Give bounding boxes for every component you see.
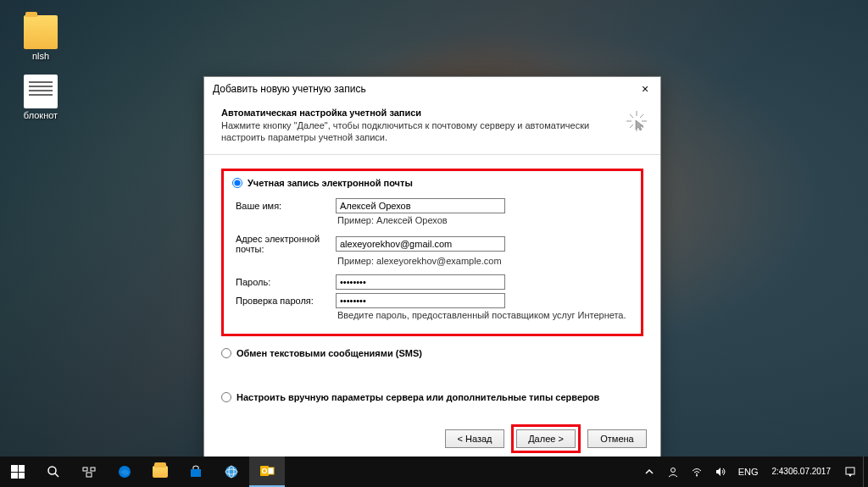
people-icon — [667, 466, 679, 478]
tray-chevron[interactable] — [638, 457, 660, 487]
svg-line-9 — [55, 473, 58, 477]
taskbar-edge[interactable] — [107, 457, 142, 487]
name-label: Ваше имя: — [236, 201, 329, 211]
start-button[interactable] — [0, 457, 36, 487]
clock-date: 06.07.2017 — [788, 467, 831, 477]
svg-rect-21 — [268, 468, 274, 474]
header-title: Автоматическая настройка учетной записи — [221, 108, 647, 118]
language-indicator: ENG — [738, 467, 759, 477]
taskbar-app1[interactable] — [214, 457, 249, 487]
taskbar-explorer[interactable] — [142, 457, 178, 487]
clock-time: 2:43 — [771, 467, 787, 477]
svg-line-4 — [630, 114, 633, 118]
show-desktop-button[interactable] — [863, 457, 868, 487]
add-account-dialog: Добавить новую учетную запись × Автомати… — [203, 76, 661, 466]
explorer-icon — [153, 466, 168, 478]
radio-row-sms[interactable]: Обмен текстовыми сообщениями (SMS) — [221, 348, 643, 358]
radio-email-account[interactable] — [232, 178, 242, 188]
outlook-icon: O — [259, 463, 275, 479]
email-label: Адрес электронной почты: — [236, 234, 329, 254]
search-button[interactable] — [36, 457, 71, 487]
next-button-highlight: Далее > — [511, 424, 581, 453]
name-input[interactable] — [336, 198, 505, 213]
tray-network[interactable] — [686, 457, 708, 487]
tray-notifications[interactable] — [839, 457, 861, 487]
chevron-up-icon — [643, 466, 655, 478]
edge-icon — [117, 464, 132, 479]
store-icon — [188, 464, 203, 479]
svg-line-6 — [640, 114, 643, 118]
close-button[interactable]: × — [635, 80, 655, 97]
tray-language[interactable]: ENG — [733, 457, 764, 487]
taskbar-outlook[interactable]: O — [249, 457, 285, 487]
next-button[interactable]: Далее > — [516, 429, 576, 448]
tray-volume[interactable] — [709, 457, 732, 487]
radio-sms[interactable] — [221, 348, 231, 358]
dialog-body: Учетная запись электронной почты Ваше им… — [204, 155, 660, 416]
desktop-icon-label: блокнот — [15, 110, 66, 120]
notification-icon — [844, 466, 856, 478]
desktop-icon-notepad[interactable]: блокнот — [15, 75, 66, 120]
password2-label: Проверка пароля: — [236, 296, 329, 306]
dialog-titlebar: Добавить новую учетную запись × — [204, 77, 660, 101]
wizard-cursor-icon — [625, 109, 648, 133]
search-icon — [47, 465, 60, 479]
radio-row-email[interactable]: Учетная запись электронной почты — [232, 178, 632, 188]
svg-rect-12 — [86, 473, 92, 477]
email-account-section-highlight: Учетная запись электронной почты Ваше им… — [221, 169, 643, 336]
svg-point-16 — [225, 466, 237, 478]
svg-point-8 — [48, 467, 56, 474]
dialog-title: Добавить новую учетную запись — [213, 83, 366, 95]
svg-rect-11 — [91, 468, 95, 471]
radio-row-manual[interactable]: Настроить вручную параметры сервера или … — [221, 392, 643, 402]
task-view-icon — [82, 465, 96, 479]
svg-rect-15 — [191, 469, 201, 477]
email-input[interactable] — [336, 236, 505, 252]
textfile-icon — [24, 75, 58, 108]
field-grid: Ваше имя: Пример: Алексей Орехов Адрес э… — [236, 198, 632, 325]
tray-clock[interactable]: 2:43 06.07.2017 — [765, 457, 837, 487]
globe-icon — [224, 464, 239, 479]
name-hint: Пример: Алексей Орехов — [336, 215, 632, 225]
folder-icon — [24, 15, 58, 49]
radio-sms-label: Обмен текстовыми сообщениями (SMS) — [236, 348, 422, 358]
task-view-button[interactable] — [71, 457, 107, 487]
svg-point-23 — [696, 475, 698, 477]
svg-point-22 — [670, 468, 675, 473]
svg-rect-10 — [83, 468, 87, 471]
radio-manual[interactable] — [221, 392, 231, 402]
radio-email-label: Учетная запись электронной почты — [248, 178, 413, 188]
email-hint: Пример: alexeyorekhov@example.com — [336, 256, 632, 266]
wifi-icon — [691, 466, 703, 478]
header-subtitle: Нажмите кнопку "Далее", чтобы подключить… — [221, 119, 594, 144]
desktop-icon-label: nlsh — [15, 51, 66, 61]
dialog-header: Автоматическая настройка учетной записи … — [204, 101, 660, 155]
volume-icon — [715, 466, 726, 478]
back-button[interactable]: < Назад — [445, 429, 504, 448]
password-label: Пароль: — [236, 277, 329, 287]
windows-logo-icon — [11, 465, 25, 479]
svg-rect-24 — [846, 468, 854, 474]
radio-manual-label: Настроить вручную параметры сервера или … — [236, 392, 599, 402]
password-confirm-input[interactable] — [336, 293, 505, 308]
password-input[interactable] — [336, 274, 505, 290]
taskbar: O ENG 2:43 06.07.2017 — [0, 457, 868, 487]
password-hint: Введите пароль, предоставленный поставщи… — [336, 310, 632, 320]
taskbar-store[interactable] — [178, 457, 214, 487]
tray-people[interactable] — [662, 457, 684, 487]
desktop-icon-folder[interactable]: nlsh — [15, 15, 66, 61]
cancel-button[interactable]: Отмена — [587, 429, 647, 448]
svg-text:O: O — [261, 467, 267, 475]
svg-line-7 — [630, 125, 633, 128]
